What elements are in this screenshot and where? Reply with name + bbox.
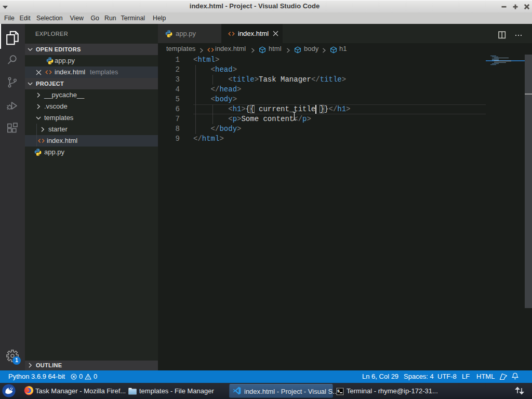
- svg-text:$: $: [337, 388, 340, 393]
